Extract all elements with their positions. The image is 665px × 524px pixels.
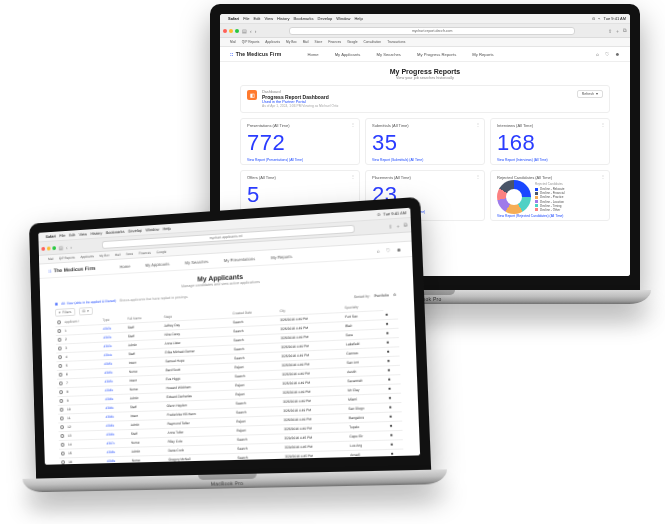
row-checkbox[interactable] — [58, 363, 62, 367]
row-checkbox[interactable] — [60, 407, 64, 411]
bookmark-item[interactable]: Mail — [115, 253, 121, 257]
card-menu-icon[interactable]: ⋮ — [351, 122, 355, 127]
address-bar[interactable]: mychart.report.deccfr.com — [289, 27, 575, 35]
menu-item[interactable]: Help — [163, 226, 171, 231]
row-checkbox[interactable] — [61, 442, 65, 446]
share-icon[interactable]: ⇪ — [608, 28, 612, 34]
search-icon[interactable]: ⌕ — [596, 51, 599, 57]
newtab-icon[interactable]: ＋ — [395, 222, 400, 228]
menu-item[interactable]: Help — [354, 16, 362, 21]
metric-link[interactable]: View Report (Interviews) (All Time) — [497, 158, 603, 162]
avatar-icon[interactable]: ☻ — [396, 246, 402, 252]
menu-item[interactable]: Edit — [254, 16, 261, 21]
metric-link[interactable]: View Report (Rejected Candidates) (All T… — [497, 214, 603, 218]
bookmark-item[interactable]: Store — [315, 40, 323, 44]
nav-home[interactable]: Home — [120, 263, 131, 269]
card-menu-icon[interactable]: ⋮ — [601, 174, 605, 179]
menu-item[interactable]: Develop — [128, 228, 142, 234]
forward-icon[interactable]: › — [70, 244, 72, 250]
menu-item[interactable]: History — [277, 16, 289, 21]
share-icon[interactable]: ⇪ — [388, 223, 392, 229]
bookmark-item[interactable]: Q/P Reports — [59, 256, 75, 261]
menu-item[interactable]: View — [79, 232, 87, 237]
forward-icon[interactable]: › — [255, 28, 257, 34]
menu-item[interactable]: File — [59, 233, 65, 238]
minimize-icon[interactable] — [47, 246, 51, 250]
menu-item[interactable]: History — [90, 230, 102, 236]
menu-item[interactable]: Edit — [69, 232, 75, 237]
bookmark-item[interactable]: My Box — [99, 253, 109, 258]
row-checkbox[interactable] — [61, 460, 65, 464]
menu-item[interactable]: Window — [336, 16, 350, 21]
card-menu-icon[interactable]: ⋮ — [476, 174, 480, 179]
close-icon[interactable] — [41, 246, 45, 250]
bookmark-item[interactable]: Applicants — [265, 40, 280, 44]
id-filter[interactable]: ID ▾ — [78, 307, 93, 316]
row-checkbox[interactable] — [59, 372, 63, 376]
bookmark-item[interactable]: Transactions — [387, 40, 405, 44]
nav-home[interactable]: Home — [307, 52, 318, 57]
sort-value[interactable]: Portfolio — [374, 293, 389, 298]
menu-item[interactable]: View — [264, 16, 273, 21]
bookmark-item[interactable]: Google — [347, 40, 357, 44]
menu-item[interactable]: File — [243, 16, 249, 21]
notifications-icon[interactable]: ♡ — [386, 247, 390, 253]
tabs-icon[interactable]: ⧉ — [623, 27, 627, 34]
bookmark-item[interactable]: Mail — [48, 257, 53, 261]
nav-searches[interactable]: My Searches — [376, 52, 400, 57]
minimize-icon[interactable] — [229, 29, 233, 33]
zoom-icon[interactable] — [52, 246, 56, 250]
metric-link[interactable]: View Report (Presentations) (All Time) — [247, 158, 353, 162]
row-checkbox[interactable] — [58, 337, 62, 341]
bookmark-item[interactable]: Finances — [139, 251, 151, 256]
avatar-icon[interactable]: ☻ — [615, 51, 620, 57]
menu-item[interactable]: Bookmarks — [106, 229, 125, 235]
row-checkbox[interactable] — [59, 390, 63, 394]
row-checkbox[interactable] — [58, 355, 62, 359]
row-checkbox[interactable] — [60, 433, 64, 437]
menu-item[interactable]: Window — [146, 227, 160, 233]
settings-icon[interactable]: ⚙ — [393, 293, 397, 297]
row-checkbox[interactable] — [61, 451, 65, 455]
row-checkbox[interactable] — [60, 425, 64, 429]
bookmark-item[interactable]: Google — [157, 250, 167, 255]
brand-logo[interactable]: The Medicus Firm — [230, 51, 281, 57]
nav-searches[interactable]: My Searches — [185, 259, 209, 265]
bookmark-item[interactable]: Mail — [230, 40, 236, 44]
notifications-icon[interactable]: ♡ — [605, 51, 609, 57]
bookmark-item[interactable]: Consultation — [363, 40, 381, 44]
nav-progress[interactable]: My Progress Reports — [417, 52, 456, 57]
bookmark-item[interactable]: My Box — [286, 40, 297, 44]
zoom-icon[interactable] — [235, 29, 239, 33]
tabs-icon[interactable]: ⧉ — [404, 221, 408, 228]
filters-button[interactable]: ▾ Filters — [55, 308, 75, 317]
nav-reports[interactable]: My Reports — [271, 253, 292, 259]
nav-applicants[interactable]: My Applicants — [145, 261, 170, 267]
window-controls[interactable] — [41, 246, 56, 251]
nav-reports[interactable]: My Reports — [472, 52, 493, 57]
row-checkbox[interactable] — [59, 398, 63, 402]
menu-item[interactable]: Bookmarks — [294, 16, 314, 21]
newtab-icon[interactable]: ＋ — [615, 28, 620, 34]
nav-applicants[interactable]: My Applicants — [335, 52, 361, 57]
select-all-checkbox[interactable] — [57, 320, 61, 324]
card-menu-icon[interactable]: ⋮ — [476, 122, 480, 127]
card-menu-icon[interactable]: ⋮ — [351, 174, 355, 179]
window-controls[interactable] — [223, 29, 239, 33]
bookmark-item[interactable]: Mail — [303, 40, 309, 44]
row-checkbox[interactable] — [59, 381, 63, 385]
bookmark-item[interactable]: Q/P Reports — [242, 40, 259, 44]
card-menu-icon[interactable]: ⋮ — [601, 122, 605, 127]
row-checkbox[interactable] — [60, 416, 64, 420]
row-checkbox[interactable] — [58, 346, 62, 350]
menu-item[interactable]: Develop — [318, 16, 333, 21]
brand-logo[interactable]: The Medicus Firm — [48, 265, 95, 274]
bookmark-item[interactable]: Store — [126, 252, 133, 256]
close-icon[interactable] — [223, 29, 227, 33]
back-icon[interactable]: ‹ — [66, 244, 68, 250]
back-icon[interactable]: ‹ — [250, 28, 252, 34]
sidebar-icon[interactable]: ▤ — [59, 244, 64, 250]
row-checkbox[interactable] — [57, 329, 61, 333]
metric-link[interactable]: View Report (Submittals) (All Time) — [372, 158, 478, 162]
sidebar-icon[interactable]: ▤ — [242, 28, 247, 34]
